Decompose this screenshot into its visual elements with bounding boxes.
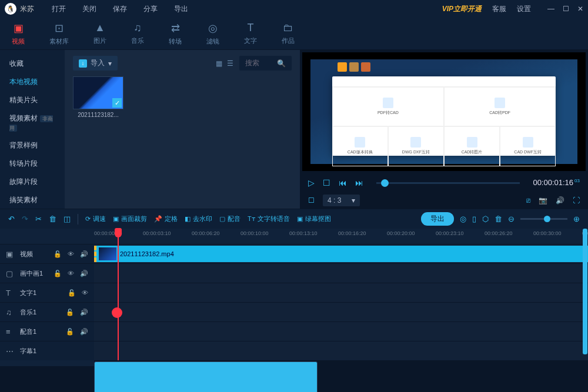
timecode: 00:00:01:1603 <box>533 178 580 187</box>
sidebar-background[interactable]: 背景样例 <box>0 136 65 155</box>
check-icon: ✓ <box>112 98 122 108</box>
track-dub: ≡配音1🔓🔊 <box>0 321 588 341</box>
audio-marker[interactable] <box>112 307 122 318</box>
tab-text[interactable]: T文字 <box>244 22 257 45</box>
aspect-icon: ☐ <box>308 196 315 205</box>
sidebar-intro[interactable]: 精美片头 <box>0 91 65 109</box>
speed-button[interactable]: ⟳调速 <box>85 215 106 223</box>
media-thumbnail: ✓ <box>73 76 123 109</box>
settings[interactable]: 设置 <box>517 4 531 14</box>
cut-button[interactable]: ✂ <box>35 215 42 223</box>
list-view-icon[interactable]: ☰ <box>227 59 233 68</box>
tab-image[interactable]: ▲图片 <box>93 22 106 45</box>
prev-frame-button[interactable]: ⏮ <box>339 178 347 187</box>
dub-icon: ≡ <box>6 327 14 336</box>
next-frame-button[interactable]: ⏭ <box>355 178 363 187</box>
music-icon: ♫ <box>133 22 142 34</box>
tab-transition[interactable]: ⇄转场 <box>169 22 182 46</box>
maximize-button[interactable]: ☐ <box>563 5 569 13</box>
remove-watermark-button[interactable]: ◧去水印 <box>185 215 212 223</box>
menu-open[interactable]: 打开 <box>52 4 66 14</box>
ruler-tick: 00:00:03:10 <box>143 230 171 236</box>
main-menu: 打开 关闭 保存 分享 导出 <box>52 4 188 14</box>
track-music: ♫音乐1🔓🔊 <box>0 302 588 321</box>
ruler-tick: 00:00:00:00 <box>94 230 122 236</box>
menu-share[interactable]: 分享 <box>143 4 158 14</box>
fullscreen-icon[interactable]: ⛶ <box>573 196 580 205</box>
preview-panel: PDF转CAD CAD转PDF CAD版本转换 DWG DXF互转 CAD转图片… <box>300 50 588 209</box>
search-input[interactable]: 搜索🔍 <box>239 56 292 71</box>
redo-button[interactable]: ↷ <box>22 215 28 223</box>
text-track-icon: T <box>6 289 14 297</box>
sidebar-local-video[interactable]: 本地视频 <box>0 73 65 91</box>
preview-progress-slider[interactable] <box>376 182 520 184</box>
undo-button[interactable]: ↶ <box>8 215 15 223</box>
greenscreen-button[interactable]: ▣绿幕抠图 <box>297 215 331 223</box>
ruler-tick: 00:00:26:20 <box>485 230 513 236</box>
preview-app-window: PDF转CAD CAD转PDF CAD版本转换 DWG DXF互转 CAD转图片… <box>332 76 556 156</box>
delete-button[interactable]: 🗑 <box>49 215 56 223</box>
zoom-in-button[interactable]: ⊕ <box>573 215 580 223</box>
text-icon: T <box>248 22 254 34</box>
folder-icon: 🗀 <box>283 22 293 34</box>
stop-button[interactable]: ☐ <box>323 178 330 187</box>
zoom-out-button[interactable]: ⊖ <box>508 215 514 223</box>
menu-save[interactable]: 保存 <box>113 4 127 14</box>
track-text: T文字1🔓👁 <box>0 283 588 302</box>
sidebar-video-material[interactable]: 视频素材非商用 <box>0 109 65 136</box>
tts-button[interactable]: Tᴛ文字转语音 <box>248 215 290 223</box>
crop-button[interactable]: ◫ <box>64 215 71 223</box>
eye-icon[interactable]: 👁 <box>68 250 74 257</box>
tab-filter[interactable]: ◎滤镜 <box>206 22 219 46</box>
timeline-panel: 00:00:00:0000:00:03:1000:00:06:2000:00:1… <box>0 229 588 366</box>
tag-button[interactable]: ⬡ <box>482 215 489 223</box>
aspect-ratio-select[interactable]: 4 : 3▾ <box>323 195 360 206</box>
media-item[interactable]: ✓ 20211123182... <box>73 76 123 118</box>
horizontal-scrollbar[interactable] <box>0 360 588 366</box>
grid-view-icon[interactable]: ▦ <box>216 59 222 68</box>
snapshot-icon[interactable]: ⎚ <box>526 196 530 205</box>
app-name: 米苏 <box>20 4 34 14</box>
vertical-scrollbar[interactable] <box>583 229 587 354</box>
pip-icon: ▢ <box>6 269 14 278</box>
volume-icon[interactable]: 🔊 <box>556 196 564 205</box>
sidebar-favorites[interactable]: 收藏 <box>0 55 65 73</box>
sidebar-funny[interactable]: 搞笑素材 <box>0 191 65 209</box>
ruler-tick: 00:00:10:00 <box>240 230 269 236</box>
ruler-tick: 00:00:20:00 <box>387 230 415 236</box>
menu-export[interactable]: 导出 <box>174 4 188 14</box>
minimize-button[interactable]: — <box>547 5 554 13</box>
delete-zone-button[interactable]: 🗑 <box>495 215 502 223</box>
video-clip[interactable]: 20211123182.mp4 <box>94 246 588 262</box>
close-button[interactable]: ✕ <box>577 5 583 13</box>
camera-icon[interactable]: 📷 <box>539 196 547 205</box>
tab-music[interactable]: ♫音乐 <box>131 22 144 45</box>
preview-screen: PDF转CAD CAD转PDF CAD版本转换 DWG DXF互转 CAD转图片… <box>302 52 586 171</box>
mark-button[interactable]: ◎ <box>460 215 466 223</box>
export-button[interactable]: 导出 <box>421 212 454 226</box>
library-icon: ⊡ <box>55 22 64 35</box>
play-button[interactable]: ▷ <box>308 178 315 187</box>
import-button[interactable]: ↓导入▾ <box>73 56 118 71</box>
tab-library[interactable]: ⊡素材库 <box>49 22 69 46</box>
edit-toolbar: ↶ ↷ ✂ 🗑 ◫ ⟳调速 ▣画面裁剪 📌定格 ◧去水印 ▢配音 Tᴛ文字转语音… <box>0 209 588 229</box>
time-ruler[interactable]: 00:00:00:0000:00:03:1000:00:06:2000:00:1… <box>0 229 588 244</box>
zoom-slider[interactable] <box>520 218 567 220</box>
lock-button[interactable]: ▯ <box>472 215 476 223</box>
vip-banner[interactable]: VIP立即开通 <box>442 4 482 14</box>
speaker-icon[interactable]: 🔊 <box>80 250 88 258</box>
tab-video[interactable]: ▣视频 <box>12 22 25 46</box>
freeze-frame-button[interactable]: 📌定格 <box>154 215 178 223</box>
transition-icon: ⇄ <box>171 22 180 35</box>
media-panel: ↓导入▾ ▦ ☰ 搜索🔍 ✓ 20211123182... <box>65 50 300 209</box>
customer-service[interactable]: 客服 <box>492 4 506 14</box>
menu-close[interactable]: 关闭 <box>82 4 96 14</box>
tab-works[interactable]: 🗀作品 <box>282 22 295 45</box>
sidebar-transition-clip[interactable]: 转场片段 <box>0 155 65 173</box>
search-icon: 🔍 <box>277 59 286 68</box>
crop-frame-button[interactable]: ▣画面裁剪 <box>113 215 147 223</box>
lock-icon[interactable]: 🔓 <box>54 250 62 258</box>
dubbing-button[interactable]: ▢配音 <box>219 215 240 223</box>
ruler-tick: 00:00:06:20 <box>192 230 220 236</box>
sidebar-glitch[interactable]: 故障片段 <box>0 173 65 191</box>
